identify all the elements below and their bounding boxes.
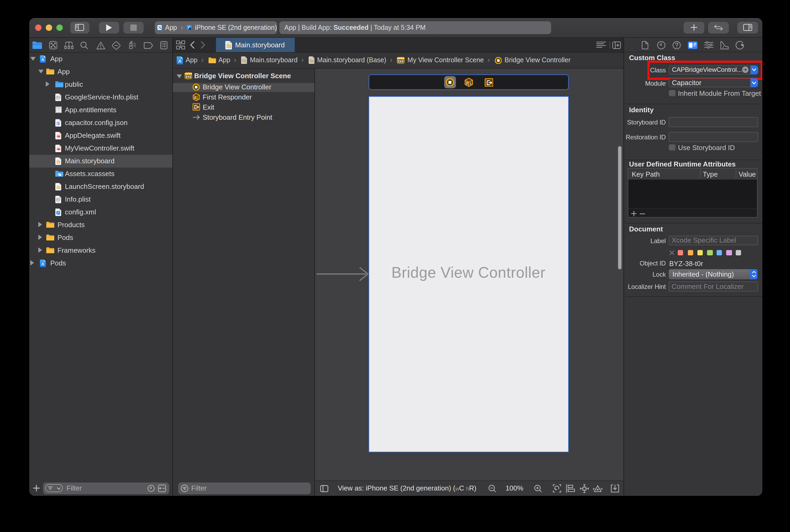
svg-text:1: 1: [470, 82, 471, 85]
svg-text:PLIST: PLIST: [56, 201, 60, 203]
svg-text:PLIST: PLIST: [56, 99, 60, 100]
svg-text:1: 1: [197, 97, 199, 99]
